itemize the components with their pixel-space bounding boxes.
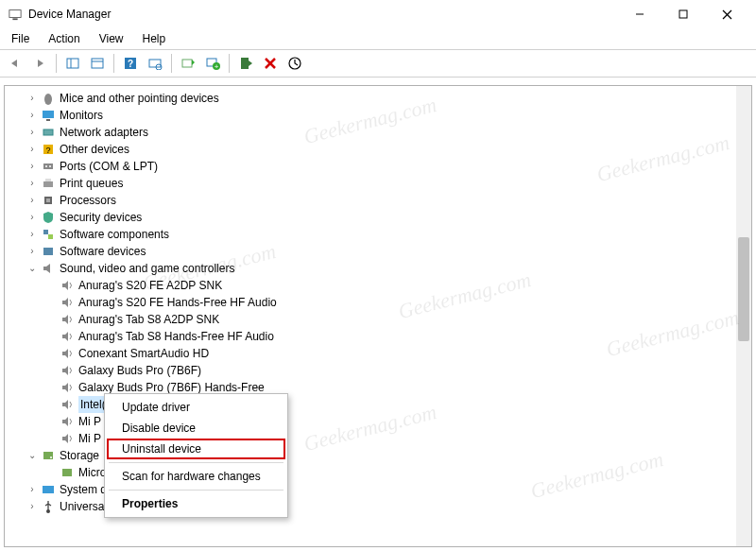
ctx-properties[interactable]: Properties	[107, 493, 285, 514]
tree-item-audio[interactable]: Anurag's Tab S8 Hands-Free HF Audio	[12, 328, 751, 345]
tree-node-network[interactable]: › Network adapters	[12, 124, 751, 141]
mouse-icon	[41, 91, 56, 106]
tree-label: Micro	[78, 464, 106, 481]
tree-label: Mi P	[78, 413, 101, 430]
tree-label: Galaxy Buds Pro (7B6F)	[78, 362, 201, 379]
expand-icon[interactable]: ›	[26, 481, 39, 498]
close-button[interactable]	[705, 0, 748, 28]
tree-label: Anurag's S20 FE Hands-Free HF Audio	[78, 294, 277, 311]
tree-node-other[interactable]: › ? Other devices	[12, 141, 751, 158]
component-icon	[41, 227, 56, 242]
expand-icon[interactable]: ›	[26, 243, 39, 260]
menu-view[interactable]: View	[92, 30, 131, 47]
expand-icon[interactable]: ›	[26, 90, 39, 107]
svg-rect-32	[45, 179, 51, 181]
svg-rect-3	[679, 10, 687, 18]
collapse-icon[interactable]: ⌄	[26, 260, 39, 277]
expand-icon[interactable]: ›	[26, 209, 39, 226]
expand-icon[interactable]: ›	[26, 124, 39, 141]
audio-icon	[60, 414, 75, 429]
expand-icon[interactable]: ›	[26, 158, 39, 175]
add-hardware-button[interactable]: +	[201, 52, 224, 75]
svg-rect-24	[46, 119, 50, 121]
audio-icon	[60, 295, 75, 310]
svg-rect-41	[43, 486, 54, 493]
tree-label: Conexant SmartAudio HD	[78, 345, 209, 362]
tree-item-audio[interactable]: Conexant SmartAudio HD	[12, 345, 751, 362]
tree-item-audio[interactable]: Anurag's S20 FE Hands-Free HF Audio	[12, 294, 751, 311]
tree-node-swdevices[interactable]: › Software devices	[12, 243, 751, 260]
svg-text:?: ?	[45, 146, 50, 155]
expand-icon[interactable]: ›	[26, 192, 39, 209]
svg-rect-12	[149, 60, 161, 67]
scrollbar-thumb[interactable]	[738, 237, 749, 341]
tree-node-security[interactable]: › Security devices	[12, 209, 751, 226]
menubar: File Action View Help	[0, 28, 756, 49]
forward-button[interactable]	[28, 52, 51, 75]
svg-rect-0	[9, 10, 21, 18]
svg-text:+: +	[215, 62, 219, 71]
menu-file[interactable]: File	[4, 30, 37, 47]
enable-button[interactable]	[234, 52, 257, 75]
minimize-button[interactable]	[618, 0, 662, 28]
ctx-separator	[109, 490, 284, 491]
tree-node-sound[interactable]: ⌄ Sound, video and game controllers	[12, 260, 751, 277]
tree-node-ports[interactable]: › Ports (COM & LPT)	[12, 158, 751, 175]
tree-item-audio[interactable]: Anurag's Tab S8 A2DP SNK	[12, 311, 751, 328]
menu-action[interactable]: Action	[41, 30, 87, 47]
help-button[interactable]: ?	[119, 52, 142, 75]
tree-label: Software devices	[60, 243, 146, 260]
collapse-icon[interactable]: ⌄	[26, 447, 39, 464]
ctx-separator	[109, 462, 284, 463]
update-driver-button[interactable]	[177, 52, 199, 75]
tree-label: Mice and other pointing devices	[60, 90, 219, 107]
svg-rect-40	[62, 469, 72, 476]
tree-item-audio[interactable]: Anurag's S20 FE A2DP SNK	[12, 277, 751, 294]
audio-icon	[60, 329, 75, 344]
maximize-button[interactable]	[662, 0, 705, 28]
toolbar: ? +	[0, 49, 756, 77]
tree-label: Other devices	[60, 141, 129, 158]
expand-icon[interactable]: ›	[26, 498, 39, 515]
disable-button[interactable]	[284, 52, 306, 75]
svg-point-42	[46, 509, 50, 513]
svg-rect-28	[43, 164, 53, 169]
uninstall-button[interactable]	[259, 52, 282, 75]
tree-label: Monitors	[60, 107, 103, 124]
svg-rect-14	[182, 60, 192, 67]
svg-rect-37	[43, 248, 53, 255]
properties-button[interactable]	[86, 52, 109, 75]
tree-label: Ports (COM & LPT)	[60, 158, 158, 175]
tree-item-audio[interactable]: Galaxy Buds Pro (7B6F)	[12, 362, 751, 379]
tree-node-mice[interactable]: › Mice and other pointing devices	[12, 90, 751, 107]
svg-rect-8	[92, 59, 103, 68]
vertical-scrollbar[interactable]	[736, 86, 751, 546]
ctx-uninstall-device[interactable]: Uninstall device	[107, 439, 285, 459]
menu-help[interactable]: Help	[135, 30, 174, 47]
monitor-icon	[41, 108, 56, 123]
svg-rect-23	[43, 111, 54, 118]
tree-node-processors[interactable]: › Processors	[12, 192, 751, 209]
svg-text:?: ?	[128, 59, 133, 69]
back-button[interactable]	[4, 52, 26, 75]
scan-hardware-button[interactable]	[144, 52, 166, 75]
svg-rect-35	[43, 230, 48, 234]
svg-point-39	[50, 456, 52, 458]
expand-icon[interactable]: ›	[26, 226, 39, 243]
tree-node-printqueues[interactable]: › Print queues	[12, 175, 751, 192]
expand-icon[interactable]: ›	[26, 107, 39, 124]
expand-icon[interactable]: ›	[26, 141, 39, 158]
show-hide-tree-button[interactable]	[61, 52, 84, 75]
ctx-scan-hardware[interactable]: Scan for hardware changes	[107, 466, 285, 487]
tree-label: Software components	[60, 226, 169, 243]
tree-node-swcomponents[interactable]: › Software components	[12, 226, 751, 243]
ctx-update-driver[interactable]: Update driver	[107, 397, 285, 418]
titlebar: Device Manager	[0, 0, 756, 28]
audio-icon	[60, 431, 75, 446]
tree-label: Anurag's Tab S8 Hands-Free HF Audio	[78, 328, 274, 345]
context-menu: Update driver Disable device Uninstall d…	[104, 393, 288, 518]
tree-label: Security devices	[60, 209, 142, 226]
expand-icon[interactable]: ›	[26, 175, 39, 192]
tree-node-monitors[interactable]: › Monitors	[12, 107, 751, 124]
ctx-disable-device[interactable]: Disable device	[107, 418, 285, 439]
